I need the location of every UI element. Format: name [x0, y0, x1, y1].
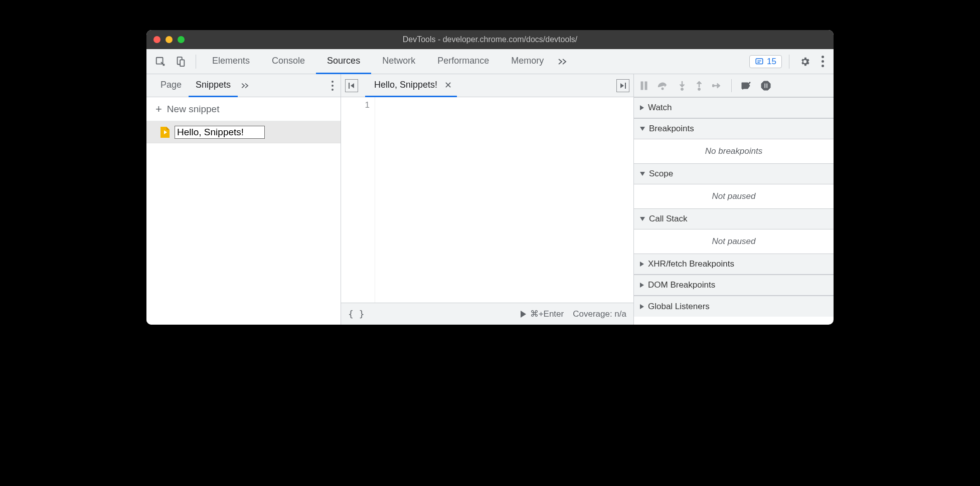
pretty-print-icon[interactable]: { } [348, 309, 365, 319]
editor-statusbar: { } ⌘+Enter Coverage: n/a [341, 303, 633, 325]
tab-sources[interactable]: Sources [316, 49, 371, 74]
svg-rect-18 [764, 83, 766, 88]
breakpoints-label: Breakpoints [649, 124, 694, 134]
minimize-window-button[interactable] [166, 36, 173, 43]
svg-point-16 [712, 84, 715, 87]
more-options-icon[interactable] [815, 56, 830, 67]
svg-rect-7 [625, 83, 626, 89]
issues-button[interactable]: 15 [749, 55, 782, 68]
tab-memory[interactable]: Memory [500, 49, 555, 74]
maximize-window-button[interactable] [178, 36, 185, 43]
tab-network[interactable]: Network [371, 49, 426, 74]
global-label: Global Listeners [648, 302, 710, 312]
issues-count: 15 [767, 57, 776, 67]
main-toolbar: Elements Console Sources Network Perform… [146, 49, 834, 74]
settings-gear-icon[interactable] [796, 53, 813, 70]
divider [731, 79, 732, 92]
editor-tabstrip: Hello, Snippets! ✕ [341, 74, 633, 97]
tab-snippets[interactable]: Snippets [189, 75, 238, 97]
navigator-panel: Page Snippets + New snippet [146, 74, 341, 325]
more-navigator-tabs-icon[interactable] [241, 83, 250, 89]
step-icon[interactable] [712, 82, 722, 90]
breakpoints-body: No breakpoints [634, 139, 834, 163]
run-shortcut: ⌘+Enter [530, 309, 564, 319]
snippet-name-input[interactable] [175, 126, 265, 139]
divider [196, 55, 196, 69]
content-area: Page Snippets + New snippet [146, 74, 834, 325]
global-section-header[interactable]: Global Listeners [634, 296, 834, 317]
traffic-lights [153, 36, 185, 43]
xhr-section-header[interactable]: XHR/fetch Breakpoints [634, 254, 834, 275]
tab-page[interactable]: Page [153, 75, 189, 97]
line-gutter: 1 [341, 97, 375, 303]
debug-toolbar [634, 74, 834, 97]
step-into-icon[interactable] [678, 81, 686, 91]
collapse-icon [640, 172, 645, 176]
tab-performance[interactable]: Performance [426, 49, 500, 74]
run-snippet-button[interactable]: ⌘+Enter [521, 309, 564, 319]
breakpoints-section-header[interactable]: Breakpoints [634, 118, 834, 139]
coverage-status[interactable]: Coverage: n/a [573, 309, 626, 319]
collapse-icon [640, 127, 645, 131]
scope-label: Scope [649, 169, 673, 179]
new-snippet-button[interactable]: + New snippet [146, 97, 341, 121]
devtools-window: DevTools - developer.chrome.com/docs/dev… [146, 30, 834, 325]
svg-point-14 [698, 88, 701, 90]
svg-rect-19 [766, 83, 768, 88]
expand-icon [640, 262, 644, 267]
svg-rect-9 [645, 82, 647, 90]
code-area[interactable] [375, 97, 633, 303]
dom-section-header[interactable]: DOM Breakpoints [634, 275, 834, 296]
pause-icon[interactable] [640, 81, 648, 90]
window-title: DevTools - developer.chrome.com/docs/dev… [146, 35, 834, 44]
divider [789, 55, 789, 69]
pause-exceptions-icon[interactable] [761, 81, 771, 91]
navigator-tabs: Page Snippets [146, 74, 341, 97]
line-number: 1 [341, 100, 370, 110]
svg-rect-8 [641, 82, 643, 90]
expand-icon [640, 304, 644, 309]
nav-forward-icon[interactable] [616, 79, 629, 92]
expand-icon [640, 105, 644, 110]
step-out-icon[interactable] [695, 81, 703, 91]
navigator-options-icon[interactable] [329, 78, 337, 94]
callstack-label: Call Stack [649, 214, 688, 224]
snippet-list-item[interactable] [146, 121, 341, 143]
close-tab-icon[interactable]: ✕ [444, 80, 452, 91]
more-tabs-icon[interactable] [555, 49, 571, 74]
main-tabs: Elements Console Sources Network Perform… [201, 49, 749, 74]
svg-point-10 [662, 87, 664, 90]
toolbar-right: 15 [749, 53, 830, 70]
plus-icon: + [155, 103, 162, 116]
new-snippet-label: New snippet [167, 104, 220, 115]
scope-section-header[interactable]: Scope [634, 163, 834, 184]
close-window-button[interactable] [153, 36, 160, 43]
play-icon [521, 311, 526, 318]
tab-console[interactable]: Console [261, 49, 316, 74]
svg-rect-2 [180, 60, 184, 66]
scope-body: Not paused [634, 184, 834, 208]
editor-tab-title: Hello, Snippets! [374, 80, 437, 90]
svg-rect-6 [349, 83, 350, 89]
debugger-panel: Watch Breakpoints No breakpoints Scope N… [634, 74, 834, 325]
collapse-icon [640, 217, 645, 221]
xhr-label: XHR/fetch Breakpoints [648, 259, 734, 269]
dom-label: DOM Breakpoints [648, 280, 715, 290]
snippet-file-icon [160, 127, 170, 138]
code-editor[interactable]: 1 [341, 97, 633, 303]
expand-icon [640, 283, 644, 288]
inspect-element-icon[interactable] [153, 55, 168, 69]
editor-tab[interactable]: Hello, Snippets! ✕ [365, 75, 457, 97]
callstack-body: Not paused [634, 229, 834, 254]
svg-point-12 [681, 88, 684, 90]
watch-label: Watch [648, 103, 672, 113]
deactivate-breakpoints-icon[interactable] [741, 81, 752, 90]
tab-elements[interactable]: Elements [201, 49, 261, 74]
device-toggle-icon[interactable] [174, 55, 188, 69]
editor-panel: Hello, Snippets! ✕ 1 { } ⌘+Enter [341, 74, 634, 325]
watch-section-header[interactable]: Watch [634, 97, 834, 118]
callstack-section-header[interactable]: Call Stack [634, 208, 834, 229]
nav-back-icon[interactable] [345, 79, 358, 92]
titlebar: DevTools - developer.chrome.com/docs/dev… [146, 30, 834, 49]
step-over-icon[interactable] [657, 81, 669, 90]
